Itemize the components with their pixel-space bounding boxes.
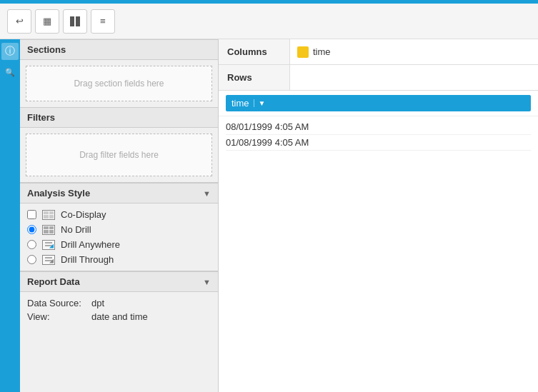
sections-label: Sections [27,44,66,55]
drill-anywhere-radio[interactable] [27,240,36,249]
list-view-button[interactable]: ≡ [91,9,115,34]
filters-drop-zone[interactable]: Drag filter fields here [26,134,212,176]
report-data-chevron-icon: ▼ [203,278,211,286]
right-panel: Columns time Rows time ▼ 08/01/1999 4:05… [219,39,538,392]
sections-drop-zone[interactable]: Drag section fields here [26,66,212,101]
rows-label: Rows [219,65,290,90]
no-drill-icon [42,225,55,235]
info-icon: ⓘ [5,45,15,58]
co-display-checkbox[interactable] [27,210,36,219]
drill-through-radio[interactable] [27,255,36,264]
drill-anywhere-option: Drill Anywhere [27,239,211,250]
svg-rect-1 [76,16,80,26]
drill-through-label: Drill Through [61,254,114,265]
pivot-dropdown-label: time [231,98,249,109]
date-row-0: 08/01/1999 4:05 AM [226,119,531,135]
search-icon: 🔍 [5,68,15,77]
filters-header: Filters [20,107,218,128]
pivot-dropdown-arrow-icon: ▼ [254,99,266,107]
data-source-label: Data Source: [27,298,91,308]
sections-header: Sections [20,39,218,60]
analysis-style-chevron-icon: ▼ [203,189,211,198]
toolbar: ↩ ▦ ≡ [0,4,538,39]
analysis-options: Co-Display No Drill [20,203,218,271]
co-display-option: Co-Display [27,209,211,220]
co-display-icon [42,210,55,220]
main-content: ⓘ 🔍 Sections Drag section fields here Fi… [0,39,538,392]
time-badge-icon [297,46,309,58]
data-source-row: Data Source: dpt [27,298,211,308]
view-row: View: date and time [27,311,211,322]
columns-label: Columns [219,39,290,64]
filters-placeholder: Drag filter fields here [79,150,159,160]
pivot-dropdown-button[interactable]: time ▼ [226,95,531,111]
pivot-area: time ▼ 08/01/1999 4:05 AM 01/08/1999 4:0… [219,91,538,392]
view-label: View: [27,311,91,322]
rows-content [290,74,538,82]
left-icon-bar: ⓘ 🔍 [0,39,20,392]
data-source-value: dpt [91,298,104,308]
analysis-style-header[interactable]: Analysis Style ▼ [20,183,218,203]
report-data-header[interactable]: Report Data ▼ [20,271,218,292]
no-drill-option: No Drill [27,224,211,235]
filters-label: Filters [27,112,55,123]
analysis-style-section: Analysis Style ▼ Co-Display [20,182,218,271]
date-row-1: 01/08/1999 4:05 AM [226,135,531,151]
report-data-label: Report Data [27,276,80,287]
columns-content: time [290,42,538,62]
no-drill-radio[interactable] [27,225,36,234]
undo-button[interactable]: ↩ [7,9,31,34]
column-view-button[interactable] [63,9,87,34]
search-icon-btn[interactable]: 🔍 [1,64,19,81]
drill-through-option: Drill Through [27,254,211,265]
analysis-style-label: Analysis Style [27,188,90,198]
report-data-content: Data Source: dpt View: date and time [20,292,218,328]
view-value: date and time [91,311,148,322]
drill-anywhere-icon [42,240,55,250]
co-display-label: Co-Display [61,209,106,220]
info-icon-btn[interactable]: ⓘ [1,43,19,60]
drill-anywhere-label: Drill Anywhere [61,239,120,250]
no-drill-label: No Drill [61,224,91,235]
columns-row: Columns time [219,39,538,65]
table-view-button[interactable]: ▦ [35,9,59,34]
sections-placeholder: Drag section fields here [74,79,164,89]
report-data-section: Report Data ▼ Data Source: dpt View: dat… [20,271,218,392]
pivot-dropdown-row: time ▼ [219,91,538,116]
svg-rect-0 [70,16,74,26]
rows-row: Rows [219,65,538,91]
columns-time-label: time [313,46,331,57]
drill-through-icon [42,255,55,265]
pivot-data-values: 08/01/1999 4:05 AM 01/08/1999 4:05 AM [219,116,538,154]
left-panel: Sections Drag section fields here Filter… [20,39,219,392]
